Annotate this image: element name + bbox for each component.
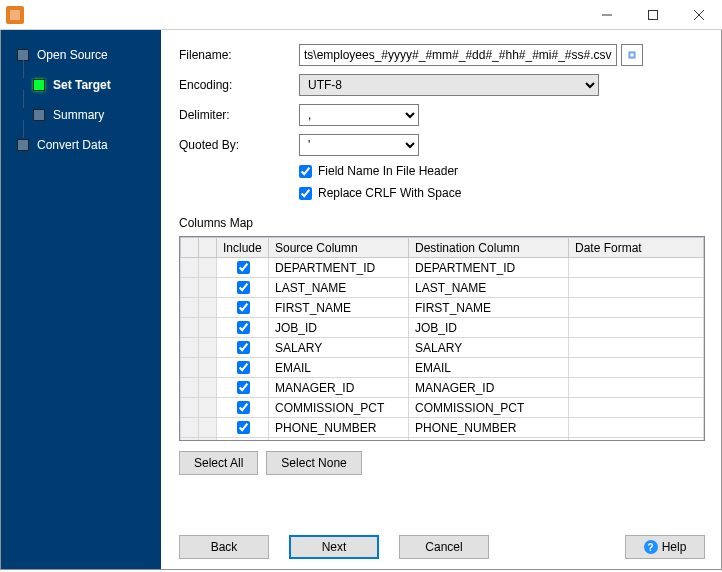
date-format-cell[interactable]: [569, 438, 704, 442]
include-checkbox[interactable]: [237, 381, 250, 394]
include-cell[interactable]: [217, 338, 269, 358]
destination-column-cell[interactable]: DEPARTMENT_ID: [409, 258, 569, 278]
cancel-button[interactable]: Cancel: [399, 535, 489, 559]
date-format-cell[interactable]: [569, 358, 704, 378]
table-row[interactable]: JOB_IDJOB_ID: [181, 318, 704, 338]
field-name-in-header-checkbox[interactable]: [299, 165, 312, 178]
step-open-source[interactable]: Open Source: [1, 48, 161, 62]
row-header[interactable]: [199, 258, 217, 278]
date-format-cell[interactable]: [569, 278, 704, 298]
step-set-target[interactable]: Set Target: [1, 78, 161, 92]
encoding-select[interactable]: UTF-8: [299, 74, 599, 96]
next-button[interactable]: Next: [289, 535, 379, 559]
date-format-cell[interactable]: [569, 418, 704, 438]
replace-crlf-checkbox[interactable]: [299, 187, 312, 200]
source-column-cell[interactable]: EMAIL: [269, 358, 409, 378]
date-format-cell[interactable]: [569, 398, 704, 418]
source-column-cell[interactable]: EMPLOYEE_ID: [269, 438, 409, 442]
select-all-button[interactable]: Select All: [179, 451, 258, 475]
delimiter-select[interactable]: ,: [299, 104, 419, 126]
source-column-cell[interactable]: PHONE_NUMBER: [269, 418, 409, 438]
row-header[interactable]: [199, 298, 217, 318]
row-header[interactable]: [199, 398, 217, 418]
destination-column-cell[interactable]: SALARY: [409, 338, 569, 358]
row-header[interactable]: [181, 418, 199, 438]
destination-column-cell[interactable]: EMAIL: [409, 358, 569, 378]
table-row[interactable]: FIRST_NAMEFIRST_NAME: [181, 298, 704, 318]
step-convert-data[interactable]: Convert Data: [1, 138, 161, 152]
close-button[interactable]: [676, 0, 722, 30]
col-header-source[interactable]: Source Column: [269, 238, 409, 258]
table-row[interactable]: LAST_NAMELAST_NAME: [181, 278, 704, 298]
include-checkbox[interactable]: [237, 281, 250, 294]
row-header[interactable]: [181, 358, 199, 378]
include-checkbox[interactable]: [237, 341, 250, 354]
table-row[interactable]: PHONE_NUMBERPHONE_NUMBER: [181, 418, 704, 438]
date-format-cell[interactable]: [569, 298, 704, 318]
browse-file-button[interactable]: [621, 44, 643, 66]
row-header[interactable]: [181, 398, 199, 418]
include-cell[interactable]: [217, 378, 269, 398]
row-header[interactable]: [199, 418, 217, 438]
include-checkbox[interactable]: [237, 401, 250, 414]
include-cell[interactable]: [217, 418, 269, 438]
row-header[interactable]: [181, 438, 199, 442]
row-header[interactable]: [181, 338, 199, 358]
destination-column-cell[interactable]: FIRST_NAME: [409, 298, 569, 318]
select-none-button[interactable]: Select None: [266, 451, 361, 475]
row-header[interactable]: [199, 278, 217, 298]
back-button[interactable]: Back: [179, 535, 269, 559]
date-format-cell[interactable]: [569, 258, 704, 278]
help-button[interactable]: ? Help: [625, 535, 705, 559]
source-column-cell[interactable]: SALARY: [269, 338, 409, 358]
row-header[interactable]: [199, 438, 217, 442]
row-header[interactable]: [181, 318, 199, 338]
date-format-cell[interactable]: [569, 378, 704, 398]
include-checkbox[interactable]: [237, 301, 250, 314]
table-row[interactable]: DEPARTMENT_IDDEPARTMENT_ID: [181, 258, 704, 278]
include-cell[interactable]: [217, 278, 269, 298]
col-header-include[interactable]: Include: [217, 238, 269, 258]
field-name-in-header-label[interactable]: Field Name In File Header: [318, 164, 458, 178]
row-header[interactable]: [181, 258, 199, 278]
destination-column-cell[interactable]: EMPLOYEE_ID: [409, 438, 569, 442]
row-header[interactable]: [199, 338, 217, 358]
step-summary[interactable]: Summary: [1, 108, 161, 122]
table-row[interactable]: EMAILEMAIL: [181, 358, 704, 378]
source-column-cell[interactable]: JOB_ID: [269, 318, 409, 338]
include-cell[interactable]: [217, 358, 269, 378]
include-checkbox[interactable]: [237, 421, 250, 434]
table-row[interactable]: SALARYSALARY: [181, 338, 704, 358]
maximize-button[interactable]: [630, 0, 676, 30]
source-column-cell[interactable]: COMMISSION_PCT: [269, 398, 409, 418]
replace-crlf-label[interactable]: Replace CRLF With Space: [318, 186, 461, 200]
row-header[interactable]: [181, 298, 199, 318]
row-header[interactable]: [199, 378, 217, 398]
include-cell[interactable]: [217, 438, 269, 442]
row-header[interactable]: [181, 378, 199, 398]
source-column-cell[interactable]: LAST_NAME: [269, 278, 409, 298]
include-cell[interactable]: [217, 258, 269, 278]
minimize-button[interactable]: [584, 0, 630, 30]
row-header[interactable]: [181, 278, 199, 298]
destination-column-cell[interactable]: MANAGER_ID: [409, 378, 569, 398]
include-cell[interactable]: [217, 298, 269, 318]
filename-input[interactable]: [299, 44, 617, 66]
destination-column-cell[interactable]: LAST_NAME: [409, 278, 569, 298]
include-cell[interactable]: [217, 398, 269, 418]
destination-column-cell[interactable]: PHONE_NUMBER: [409, 418, 569, 438]
quoted-by-select[interactable]: ': [299, 134, 419, 156]
source-column-cell[interactable]: DEPARTMENT_ID: [269, 258, 409, 278]
row-header[interactable]: [199, 318, 217, 338]
include-checkbox[interactable]: [237, 321, 250, 334]
table-row[interactable]: MANAGER_IDMANAGER_ID: [181, 378, 704, 398]
include-checkbox[interactable]: [237, 361, 250, 374]
date-format-cell[interactable]: [569, 338, 704, 358]
include-checkbox[interactable]: [237, 261, 250, 274]
include-cell[interactable]: [217, 318, 269, 338]
table-row[interactable]: COMMISSION_PCTCOMMISSION_PCT: [181, 398, 704, 418]
col-header-destination[interactable]: Destination Column: [409, 238, 569, 258]
source-column-cell[interactable]: MANAGER_ID: [269, 378, 409, 398]
date-format-cell[interactable]: [569, 318, 704, 338]
source-column-cell[interactable]: FIRST_NAME: [269, 298, 409, 318]
